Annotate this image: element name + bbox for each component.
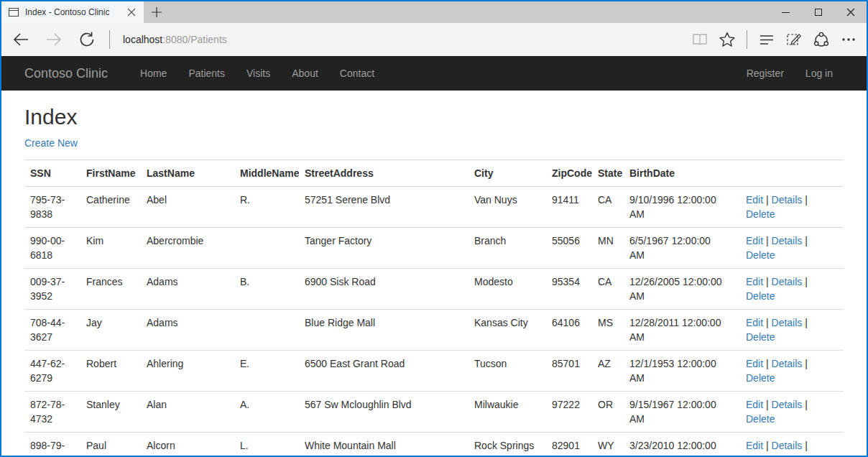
cell-middle-name	[234, 228, 299, 269]
patients-table: SSNFirstNameLastNameMiddleNameStreetAddr…	[24, 160, 844, 457]
cell-zip-code: 64106	[546, 310, 592, 351]
cell-birth-date: 9/15/1967 12:00:00 AM	[624, 392, 740, 433]
reading-view-button[interactable]	[686, 25, 714, 54]
cell-actions: Edit | Details |Delete	[740, 310, 844, 351]
edit-link[interactable]: Edit	[746, 235, 763, 246]
delete-link[interactable]: Delete	[746, 454, 775, 457]
cell-last-name: Alcorn	[141, 433, 234, 457]
edit-link[interactable]: Edit	[746, 194, 763, 206]
delete-link[interactable]: Delete	[746, 413, 775, 425]
edit-link[interactable]: Edit	[746, 440, 763, 451]
delete-link[interactable]: Delete	[746, 208, 775, 220]
more-actions-button[interactable]	[835, 25, 862, 54]
delete-link[interactable]: Delete	[746, 372, 775, 384]
cell-last-name: Abel	[141, 187, 234, 228]
cell-ssn: 872-78-4732	[24, 392, 80, 433]
cell-birth-date: 6/5/1967 12:00:00 AM	[624, 228, 740, 269]
cell-middle-name	[234, 310, 299, 351]
hub-button[interactable]	[753, 25, 780, 54]
cell-ssn: 898-79-8701	[24, 433, 80, 457]
nav-link-visits[interactable]: Visits	[236, 56, 281, 91]
cell-city: Modesto	[468, 269, 546, 310]
cell-zip-code: 95354	[546, 269, 592, 310]
cell-last-name: Adams	[141, 269, 234, 310]
maximize-icon	[815, 9, 822, 16]
nav-link-home[interactable]: Home	[129, 56, 177, 91]
forward-button[interactable]	[37, 25, 70, 54]
edit-link[interactable]: Edit	[746, 399, 763, 410]
browser-tab[interactable]: Index - Contoso Clinic	[1, 1, 144, 23]
cell-zip-code: 97222	[546, 392, 592, 433]
details-link[interactable]: Details	[772, 235, 803, 246]
edit-link[interactable]: Edit	[746, 276, 763, 287]
cell-zip-code: 91411	[546, 187, 592, 228]
cell-ssn: 447-62-6279	[24, 351, 80, 392]
column-header-birthdate: BirthDate	[624, 160, 740, 187]
cell-state: WY	[592, 433, 624, 457]
cell-street-address: Tanger Factory	[299, 228, 468, 269]
cell-first-name: Frances	[80, 269, 141, 310]
titlebar-drag-area	[170, 1, 770, 23]
details-link[interactable]: Details	[772, 358, 803, 369]
nav-link-register[interactable]: Register	[736, 56, 795, 91]
share-icon	[813, 31, 830, 48]
minimize-button[interactable]	[770, 1, 802, 23]
cell-city: Tucson	[468, 351, 546, 392]
address-bar[interactable]: localhost:8080/Patients	[123, 34, 227, 45]
cell-actions: Edit | Details |Delete	[740, 392, 844, 433]
nav-link-contact[interactable]: Contact	[329, 56, 385, 91]
web-note-button[interactable]	[780, 25, 808, 54]
table-row: 447-62-6279RobertAhleringE.6500 East Gra…	[24, 351, 844, 392]
edit-link[interactable]: Edit	[746, 358, 763, 369]
cell-state: AZ	[592, 351, 624, 392]
cell-birth-date: 3/23/2010 12:00:00 AM	[624, 433, 740, 457]
url-host: localhost	[123, 34, 162, 45]
toolbar-divider	[109, 30, 110, 49]
cell-actions: Edit | Details |Delete	[740, 187, 844, 228]
navbar-brand[interactable]: Contoso Clinic	[24, 66, 119, 81]
details-link[interactable]: Details	[772, 399, 803, 410]
details-link[interactable]: Details	[772, 440, 803, 451]
cell-first-name: Jay	[80, 310, 141, 351]
delete-link[interactable]: Delete	[746, 331, 775, 343]
cell-zip-code: 82901	[546, 433, 592, 457]
cell-city: Branch	[468, 228, 546, 269]
toolbar-right-group	[686, 25, 862, 54]
cell-ssn: 795-73-9838	[24, 187, 80, 228]
nav-link-patients[interactable]: Patients	[177, 56, 236, 91]
ellipsis-icon	[840, 31, 857, 48]
browser-toolbar: localhost:8080/Patients	[1, 23, 867, 56]
favorites-button[interactable]	[714, 25, 741, 54]
nav-link-log-in[interactable]: Log in	[795, 56, 844, 91]
maximize-button[interactable]	[802, 1, 834, 23]
new-tab-button[interactable]	[144, 1, 170, 23]
tab-title: Index - Contoso Clinic	[25, 7, 117, 17]
details-link[interactable]: Details	[772, 317, 803, 328]
nav-account-links: RegisterLog in	[736, 56, 844, 91]
url-path: :8080/Patients	[162, 34, 227, 45]
cell-actions: Edit | Details |Delete	[740, 269, 844, 310]
share-button[interactable]	[808, 25, 835, 54]
navbar-container: Contoso Clinic HomePatientsVisitsAboutCo…	[14, 56, 854, 91]
delete-link[interactable]: Delete	[746, 290, 775, 302]
cell-last-name: Abercrombie	[141, 228, 234, 269]
column-header-actions	[740, 160, 844, 187]
nav-link-about[interactable]: About	[281, 56, 329, 91]
back-button[interactable]	[4, 25, 37, 54]
refresh-button[interactable]	[70, 25, 103, 54]
create-new-link[interactable]: Create New	[24, 137, 78, 149]
cell-city: Milwaukie	[468, 392, 546, 433]
details-link[interactable]: Details	[772, 194, 803, 206]
cell-first-name: Catherine	[80, 187, 141, 228]
column-header-zipcode: ZipCode	[546, 160, 592, 187]
cell-state: OR	[592, 392, 624, 433]
refresh-icon	[78, 30, 96, 49]
cell-zip-code: 85701	[546, 351, 592, 392]
close-button[interactable]	[834, 1, 867, 23]
details-link[interactable]: Details	[772, 276, 803, 287]
delete-link[interactable]: Delete	[746, 249, 775, 261]
edit-link[interactable]: Edit	[746, 317, 763, 328]
star-icon	[719, 31, 736, 48]
table-row: 795-73-9838CatherineAbelR.57251 Serene B…	[24, 187, 844, 228]
tab-close-icon[interactable]	[124, 4, 139, 20]
